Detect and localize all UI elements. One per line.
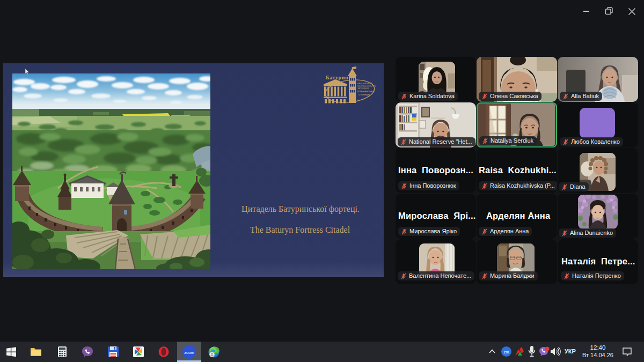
svg-text:ГЕТЬМАНСЬКА: ГЕТЬМАНСЬКА <box>357 90 374 93</box>
svg-text:ІСТОРИКО-КУЛЬТУРНИЙ: ІСТОРИКО-КУЛЬТУРНИЙ <box>357 85 376 87</box>
svg-text:НАЦІОНАЛЬНИЙ: НАЦІОНАЛЬНИЙ <box>357 83 372 85</box>
svg-text:zm: zm <box>504 350 509 354</box>
svg-text:Батурин: Батурин <box>326 75 348 80</box>
svg-text:ЗАПОВІДНИК: ЗАПОВІДНИК <box>357 87 369 90</box>
svg-text:zoom: zoom <box>184 350 194 355</box>
svg-text:СТОЛИЦЯ: СТОЛИЦЯ <box>358 93 370 96</box>
